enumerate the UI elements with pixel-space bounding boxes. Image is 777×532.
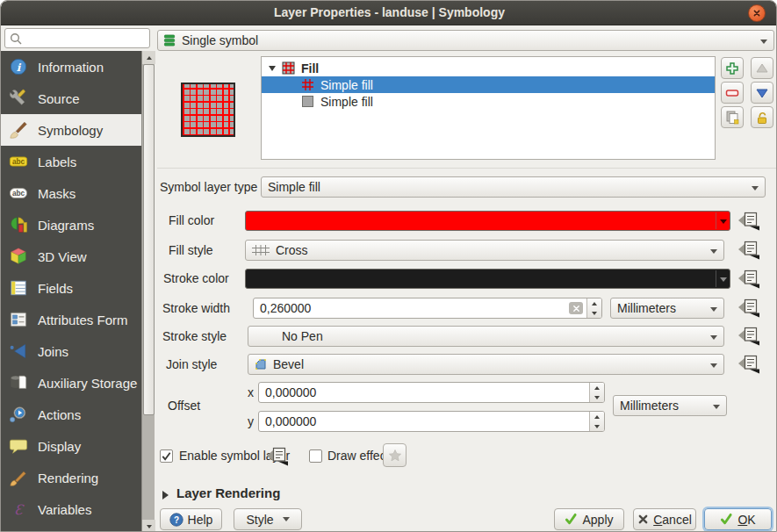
fields-icon bbox=[9, 278, 28, 298]
move-up-button[interactable] bbox=[751, 57, 773, 79]
sidebar-item-variables[interactable]: Ɛ Variables bbox=[1, 493, 141, 525]
rendering-icon bbox=[9, 468, 28, 487]
symbol-tree-item-simple-fill-1[interactable]: Simple fill bbox=[262, 76, 715, 93]
help-icon: ? bbox=[169, 513, 183, 527]
sidebar-item-attributes-form[interactable]: Attributes Form bbox=[1, 304, 141, 335]
ok-button[interactable]: OK bbox=[704, 508, 772, 530]
offset-y-value: 0,000000 bbox=[259, 414, 589, 428]
expander-down-icon[interactable] bbox=[269, 66, 276, 71]
style-button[interactable]: Style bbox=[234, 508, 302, 530]
cancel-button[interactable]: Cancel bbox=[633, 508, 696, 530]
sidebar-item-actions[interactable]: Actions bbox=[1, 399, 141, 430]
fill-color-button[interactable] bbox=[245, 211, 730, 231]
scrollbar-thumb[interactable] bbox=[143, 64, 155, 415]
sidebar-scrollbar[interactable] bbox=[141, 51, 155, 532]
svg-text:Ɛ: Ɛ bbox=[14, 502, 25, 518]
auxiliary-storage-icon bbox=[9, 373, 28, 392]
effects-customize-button[interactable] bbox=[383, 443, 406, 467]
symbol-layer-type-combobox[interactable]: Simple fill bbox=[261, 176, 766, 198]
3d-view-icon bbox=[9, 247, 28, 266]
x-icon bbox=[637, 514, 649, 525]
data-defined-override-button[interactable] bbox=[737, 269, 760, 289]
sidebar-item-source[interactable]: Source bbox=[1, 83, 141, 114]
apply-label: Apply bbox=[582, 513, 613, 527]
chevron-down-icon bbox=[710, 363, 717, 368]
bevel-join-icon bbox=[254, 357, 268, 371]
joins-icon bbox=[9, 341, 28, 361]
sidebar-item-labels[interactable]: abc Labels bbox=[1, 146, 141, 177]
spinner-buttons[interactable] bbox=[589, 383, 604, 402]
clear-icon[interactable] bbox=[569, 302, 583, 314]
chevron-down-icon bbox=[720, 219, 727, 224]
scroll-down-icon[interactable] bbox=[142, 520, 155, 532]
data-defined-override-button[interactable] bbox=[737, 298, 760, 318]
data-defined-override-button[interactable] bbox=[737, 326, 760, 346]
svg-text:abc: abc bbox=[12, 190, 25, 198]
sidebar-item-rendering[interactable]: Rendering bbox=[1, 462, 141, 493]
scroll-up-icon[interactable] bbox=[142, 51, 155, 64]
chevron-down-icon bbox=[752, 186, 759, 191]
sidebar-item-information[interactable]: i Information bbox=[1, 51, 141, 83]
sidebar-item-joins[interactable]: Joins bbox=[1, 335, 141, 367]
stroke-style-combobox[interactable]: No Pen bbox=[248, 326, 724, 347]
star-icon bbox=[388, 449, 402, 463]
sidebar-item-label: Rendering bbox=[38, 471, 98, 485]
sidebar-item-3d-view[interactable]: 3D View bbox=[1, 241, 141, 272]
info-icon: i bbox=[9, 57, 28, 76]
stroke-width-spinbox[interactable]: 0,260000 bbox=[253, 298, 602, 319]
titlebar[interactable]: Layer Properties - landuse | Symbology bbox=[1, 1, 777, 25]
stroke-width-unit-combobox[interactable]: Millimeters bbox=[610, 298, 724, 319]
move-down-button[interactable] bbox=[751, 82, 773, 104]
data-defined-override-button[interactable] bbox=[265, 446, 289, 466]
cross-fill-icon bbox=[301, 78, 314, 91]
offset-unit-combobox[interactable]: Millimeters bbox=[613, 395, 727, 416]
divider bbox=[716, 270, 716, 287]
stroke-color-button[interactable] bbox=[245, 269, 730, 289]
sidebar-item-label: Diagrams bbox=[38, 218, 94, 233]
help-button[interactable]: ? Help bbox=[160, 508, 222, 530]
sidebar-item-masks[interactable]: abc Masks bbox=[1, 177, 141, 209]
ok-label: OK bbox=[737, 513, 755, 527]
data-defined-override-button[interactable] bbox=[737, 211, 760, 231]
diagrams-icon bbox=[9, 215, 28, 234]
draw-effects-checkbox[interactable] bbox=[309, 449, 322, 463]
symbol-tree-item-fill[interactable]: Fill bbox=[262, 60, 715, 76]
unit-value: Millimeters bbox=[614, 399, 679, 413]
sidebar-item-diagrams[interactable]: Diagrams bbox=[1, 209, 141, 241]
chevron-down-icon bbox=[710, 307, 717, 312]
enable-symbol-layer-checkbox[interactable] bbox=[160, 449, 173, 463]
layer-rendering-section[interactable]: Layer Rendering bbox=[176, 485, 280, 500]
spinner-buttons[interactable] bbox=[589, 412, 604, 431]
arrow-down-icon bbox=[755, 86, 769, 100]
search-box[interactable] bbox=[4, 28, 150, 48]
style-label: Style bbox=[246, 513, 273, 527]
add-symbol-layer-button[interactable] bbox=[721, 57, 744, 79]
offset-y-spinbox[interactable]: 0,000000 bbox=[258, 411, 605, 432]
stroke-width-value: 0,260000 bbox=[254, 301, 569, 315]
check-icon bbox=[720, 513, 733, 526]
close-button[interactable] bbox=[748, 4, 766, 22]
apply-button[interactable]: Apply bbox=[554, 508, 624, 530]
data-defined-override-button[interactable] bbox=[737, 354, 760, 374]
sidebar-item-label: Attributes Form bbox=[38, 313, 128, 327]
expander-right-icon[interactable] bbox=[162, 491, 169, 500]
offset-x-spinbox[interactable]: 0,000000 bbox=[258, 382, 605, 403]
renderer-combobox[interactable]: Single symbol bbox=[157, 30, 774, 51]
check-icon bbox=[161, 450, 172, 462]
search-input[interactable] bbox=[26, 32, 140, 45]
spinner-buttons[interactable] bbox=[586, 298, 601, 318]
remove-symbol-layer-button[interactable] bbox=[721, 82, 744, 104]
fill-style-combobox[interactable]: Cross bbox=[245, 240, 724, 261]
sidebar-item-symbology[interactable]: Symbology bbox=[1, 114, 141, 146]
data-defined-override-button[interactable] bbox=[737, 240, 760, 260]
sidebar-item-fields[interactable]: Fields bbox=[1, 272, 141, 304]
fill-style-label: Fill style bbox=[169, 240, 213, 261]
join-style-combobox[interactable]: Bevel bbox=[248, 354, 724, 375]
sidebar-item-display[interactable]: Display bbox=[1, 430, 141, 462]
sidebar-item-label: Actions bbox=[38, 407, 81, 422]
svg-text:abc: abc bbox=[12, 158, 25, 166]
lock-button[interactable] bbox=[751, 106, 773, 128]
sidebar-item-auxiliary-storage[interactable]: Auxiliary Storage bbox=[1, 367, 141, 399]
duplicate-button[interactable] bbox=[721, 106, 744, 128]
symbol-tree-item-simple-fill-2[interactable]: Simple fill bbox=[262, 93, 715, 110]
